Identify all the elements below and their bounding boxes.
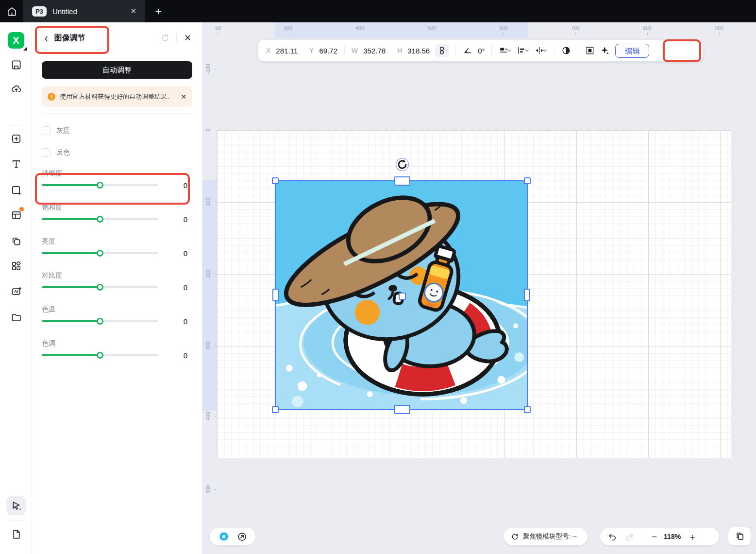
align-button[interactable] xyxy=(517,46,529,55)
grayscale-checkbox[interactable] xyxy=(42,126,50,135)
slider-handle[interactable] xyxy=(97,250,103,257)
slider-handle[interactable] xyxy=(97,182,103,189)
canvas-area[interactable]: 200 300 400 500 600 700 800 900 -100 0 1… xyxy=(202,22,756,554)
flip-button[interactable] xyxy=(535,46,547,55)
slider-label: 色调 xyxy=(42,339,192,349)
clarity-slider-group: 清晰度 0 xyxy=(42,169,192,189)
ruler-selection-band xyxy=(274,22,528,38)
magic-sparkle-icon[interactable] xyxy=(600,46,610,55)
new-tab-button[interactable]: ＋ xyxy=(145,0,171,22)
home-button[interactable] xyxy=(0,0,23,22)
auto-adjust-button[interactable]: 自动调整 xyxy=(42,61,192,79)
select-tool-button[interactable] xyxy=(6,496,26,515)
shape-tool-button[interactable] xyxy=(6,180,26,200)
slider-label: 清晰度 xyxy=(42,169,192,179)
slider-handle[interactable] xyxy=(97,284,103,291)
angle-value[interactable]: 0° xyxy=(478,47,485,55)
ai-tools-button[interactable]: AI xyxy=(6,281,26,301)
files-button[interactable] xyxy=(6,308,26,327)
edit-button[interactable]: 编辑 xyxy=(615,44,649,58)
contrast-slider[interactable] xyxy=(42,286,158,288)
tint-slider[interactable] xyxy=(42,354,158,356)
apps-button[interactable] xyxy=(6,256,26,276)
resize-handle-se[interactable] xyxy=(524,406,531,413)
text-tool-button[interactable] xyxy=(6,154,26,173)
w-value[interactable]: 352.78 xyxy=(363,47,386,55)
slider-list: 清晰度 0 饱和度 0 亮度 0 xyxy=(42,169,192,359)
clarity-slider[interactable] xyxy=(42,184,158,186)
contrast-icon[interactable] xyxy=(561,46,571,55)
zoom-in-button[interactable]: ＋ xyxy=(688,532,697,541)
rotate-handle[interactable] xyxy=(396,158,409,171)
text-icon xyxy=(11,158,22,170)
zoom-level[interactable]: 118% xyxy=(664,533,681,540)
invert-row: 反色 xyxy=(42,148,192,157)
layers-button[interactable] xyxy=(6,550,26,554)
template-button[interactable] xyxy=(6,205,26,225)
ruler-label: 300 xyxy=(278,25,298,31)
cloud-upload-button[interactable] xyxy=(6,79,26,99)
slider-label: 色温 xyxy=(42,305,192,315)
y-value[interactable]: 69.72 xyxy=(319,47,337,55)
add-square-icon xyxy=(11,133,22,144)
slider-label: 对比度 xyxy=(42,271,192,281)
resize-handle-s[interactable] xyxy=(394,405,410,414)
toolbar-divider xyxy=(491,46,492,55)
page-icon xyxy=(11,529,22,540)
resize-handle-w[interactable] xyxy=(272,289,279,301)
invert-checkbox[interactable] xyxy=(42,148,50,157)
resize-handle-sw[interactable] xyxy=(272,406,279,413)
app-logo[interactable]: X xyxy=(6,31,26,50)
resize-handle-n[interactable] xyxy=(394,176,410,186)
tab-close-button[interactable]: ✕ xyxy=(127,6,139,17)
notice-text: 使用官方材料获得更好的自动调整结果。 xyxy=(60,92,176,102)
zoom-out-button[interactable]: − xyxy=(652,532,657,541)
chevron-down-icon xyxy=(506,48,511,53)
temperature-slider[interactable] xyxy=(42,320,158,322)
pages-button[interactable] xyxy=(6,524,26,544)
lock-ratio-button[interactable] xyxy=(435,44,449,57)
resize-handle-ne[interactable] xyxy=(524,177,531,184)
undo-icon[interactable] xyxy=(607,532,618,542)
property-toolbar: X 281.11 Y 69.72 W 352.78 H 318.56 0° xyxy=(258,40,703,61)
ruler-selection-band xyxy=(202,180,217,411)
brightness-slider[interactable] xyxy=(42,252,158,254)
slider-handle[interactable] xyxy=(97,216,103,223)
tint-slider-group: 色调 0 xyxy=(42,339,192,359)
h-value[interactable]: 318.56 xyxy=(407,47,430,55)
duplicate-button[interactable] xyxy=(6,231,26,251)
save-button[interactable] xyxy=(6,55,26,74)
tab-title: Untitled xyxy=(52,7,122,16)
x-value[interactable]: 281.11 xyxy=(276,47,298,55)
grayscale-row: 灰度 xyxy=(42,126,192,136)
panel-close-button[interactable]: ✕ xyxy=(183,33,192,43)
saturation-slider[interactable] xyxy=(42,218,158,220)
resize-handle-e[interactable] xyxy=(524,289,530,301)
module-status-pill[interactable]: 聚焦镜模块型号: -- xyxy=(504,528,588,545)
header-divider xyxy=(176,34,177,42)
marquee-select-icon[interactable] xyxy=(585,46,595,55)
slider-value: 0 xyxy=(184,283,187,292)
center-handle[interactable] xyxy=(399,293,406,300)
slider-label: 饱和度 xyxy=(42,203,192,213)
reset-icon[interactable] xyxy=(160,33,170,43)
zoom-controls-pill: − 118% ＋ xyxy=(600,528,719,545)
selected-image[interactable]: Qoo xyxy=(275,180,528,410)
focus-toggle-pill xyxy=(210,528,255,545)
back-button[interactable]: ‹ xyxy=(45,32,48,44)
add-element-button[interactable] xyxy=(6,129,26,148)
saturation-slider-group: 饱和度 0 xyxy=(42,203,192,223)
share-arrow-icon[interactable] xyxy=(237,532,247,542)
slider-handle[interactable] xyxy=(97,352,103,359)
resize-handle-nw[interactable] xyxy=(272,177,279,184)
duplicate-icon xyxy=(11,236,22,247)
toolbar-divider xyxy=(455,46,456,55)
duplicate-canvas-button[interactable] xyxy=(728,527,751,545)
slider-handle[interactable] xyxy=(97,318,103,325)
document-tab[interactable]: P3 Untitled ✕ xyxy=(23,0,145,22)
notice-close-button[interactable]: ✕ xyxy=(181,93,186,102)
redo-icon[interactable] xyxy=(624,532,635,542)
layer-order-button[interactable] xyxy=(499,46,511,55)
focus-point-icon[interactable] xyxy=(218,531,230,542)
brightness-slider-group: 亮度 0 xyxy=(42,237,192,257)
